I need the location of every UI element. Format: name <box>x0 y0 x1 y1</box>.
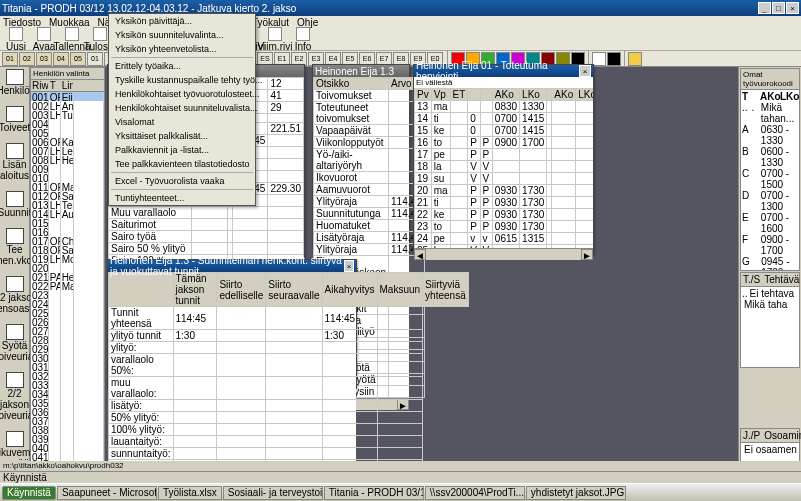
person-row[interactable]: 011OPMaria <box>31 182 104 191</box>
person-row[interactable]: 006OPKaja <box>31 137 104 146</box>
numbtn-01[interactable]: 01 <box>2 52 18 66</box>
menu-item[interactable]: Yksikön suunniteluvalinta... <box>109 28 255 42</box>
close-button[interactable]: × <box>786 2 799 14</box>
person-row[interactable]: 007LHLeena <box>31 146 104 155</box>
taskbar-item[interactable]: Työlista.xlsx <box>158 486 222 500</box>
window-hours-transfer[interactable]: Heinonen Eija 1.3 - Suunnitelman henk.ko… <box>107 259 357 389</box>
person-row[interactable]: 026 <box>31 317 104 326</box>
table-row[interactable]: 23toPP09301730 <box>415 221 594 233</box>
table-row[interactable]: ylityö tunnit1:301:30 <box>109 330 469 342</box>
person-row[interactable]: 014LHAuli <box>31 209 104 218</box>
person-row[interactable]: 030 <box>31 353 104 362</box>
shift-code-row[interactable]: G0945 - 1700 <box>742 256 798 270</box>
person-list[interactable]: Henkilön valinta RiwTLines 001OPEija002L… <box>30 67 105 483</box>
table-row[interactable]: muu varallaolo: <box>109 377 469 400</box>
person-row[interactable]: 032 <box>31 371 104 380</box>
lefttab-lisän-aloitus[interactable]: Lisän aloitus <box>3 143 27 181</box>
menu-item[interactable]: Henkilökohtaiset työvuorotulosteet... <box>109 87 255 101</box>
shift-code-row[interactable]: ...Mikä tahan... <box>742 102 798 124</box>
person-row[interactable]: 020 <box>31 263 104 272</box>
person-row[interactable]: 036 <box>31 407 104 416</box>
table-row[interactable]: Sairo työä <box>109 231 304 243</box>
table-row[interactable]: Ylityöraja114.45 <box>314 196 425 208</box>
table-row[interactable]: 24pevv06151315 <box>415 233 594 245</box>
color-extra[interactable] <box>628 52 642 66</box>
lefttab-2-2-jakson-toiveuria[interactable]: 2/2 jakson toiveuria <box>3 372 27 421</box>
person-row[interactable]: 010 <box>31 173 104 182</box>
person-row[interactable]: 034 <box>31 389 104 398</box>
menu-item[interactable]: Tee palkkavienteen tilastotiedosto <box>109 157 255 171</box>
person-row[interactable]: 033 <box>31 380 104 389</box>
menu-item[interactable]: Tyskille kustannuspaikalle tehty työ... <box>109 73 255 87</box>
win-close-icon[interactable]: × <box>579 65 591 77</box>
table-row[interactable]: 17pePP <box>415 149 594 161</box>
lefttab-toiveet[interactable]: Toiveet <box>3 106 27 133</box>
lefttab-2-2-jakson-hensoasto[interactable]: 2/2 jakson hensoasto <box>3 276 27 314</box>
table-row[interactable]: Ylityöraja114.45 <box>314 244 425 256</box>
table-row[interactable]: 16toPP09001700 <box>415 137 594 149</box>
person-row[interactable]: 039 <box>31 434 104 443</box>
person-row[interactable]: 003LHTuula <box>31 110 104 119</box>
shift-code-row[interactable]: F0900 - 1700 <box>742 234 798 256</box>
person-row[interactable]: 028 <box>31 335 104 344</box>
window-person-summary[interactable]: Heinonen Eija 1.3 OtsikkoArvoToivomukset… <box>312 64 410 249</box>
table-row[interactable]: Yö-/aiki-altariyöryh <box>314 149 425 172</box>
numbtn-04[interactable]: 04 <box>53 52 69 66</box>
person-row[interactable]: 035 <box>31 398 104 407</box>
toolbar-tallenna[interactable]: Tallenna <box>58 27 86 52</box>
person-row[interactable]: 027 <box>31 326 104 335</box>
menu-item[interactable]: Henkilökohtaiset suunniteluvalista... <box>109 101 255 115</box>
person-row[interactable]: 029 <box>31 344 104 353</box>
person-row[interactable]: 002LHAnita <box>31 101 104 110</box>
person-row[interactable]: 013LHTeija <box>31 200 104 209</box>
menu-item[interactable]: Excel - Työvuorolista vaaka <box>109 174 255 188</box>
table-row[interactable]: lisätyö: <box>109 400 469 412</box>
taskbar-item[interactable]: Titania - PRODH 03/12... <box>324 486 424 500</box>
table-row[interactable]: Suunnitutunga114.45 <box>314 208 425 220</box>
person-row[interactable]: 012OPSari <box>31 191 104 200</box>
person-row[interactable]: 037 <box>31 416 104 425</box>
table-row[interactable]: 14ti007001415 <box>415 113 594 125</box>
table-row[interactable]: Saiturimot <box>109 219 304 231</box>
taskbar-item[interactable]: \\ssv200004\ProdTi... <box>425 486 525 500</box>
person-row[interactable]: 019LHMonica <box>31 254 104 263</box>
maximize-button[interactable]: □ <box>772 2 785 14</box>
shift-code-row[interactable]: A0630 - 1330 <box>742 124 798 146</box>
person-row[interactable]: 001OPEija <box>31 92 104 101</box>
taskbar-item[interactable]: Saapuneet - Microsoft O... <box>57 486 157 500</box>
menu-item[interactable]: Palkkaviennit ja -listat... <box>109 143 255 157</box>
menu-item[interactable]: Erittely työaika... <box>109 59 255 73</box>
table-row[interactable]: Huomatuket <box>314 220 425 232</box>
table-row[interactable]: 22kePP09301730 <box>415 209 594 221</box>
shift-code-row[interactable]: D0700 - 1300 <box>742 190 798 212</box>
table-row[interactable]: Ikovuorot <box>314 172 425 184</box>
person-row[interactable]: 038 <box>31 425 104 434</box>
taskbar-item[interactable]: Sosiaali- ja terveystoime... <box>223 486 323 500</box>
menu-item[interactable]: Tuntiyhteenteet... <box>109 191 255 205</box>
menu-item[interactable]: Yksittäiset palkkalisät... <box>109 129 255 143</box>
table-row[interactable]: Vapaapäivät <box>314 125 425 137</box>
table-row[interactable]: Sairo 50 % ylityö <box>109 243 304 255</box>
minimize-button[interactable]: _ <box>758 2 771 14</box>
toolbar-viimrivi[interactable]: Viim.rivi <box>261 27 289 52</box>
person-row[interactable]: 015 <box>31 218 104 227</box>
table-row[interactable]: 15ke007001415 <box>415 125 594 137</box>
taskbar-item[interactable]: yhdistetyt jaksot.JPG - P... <box>526 486 626 500</box>
table-row[interactable]: 20maPP09301730 <box>415 185 594 197</box>
shift-code-row[interactable]: E0700 - 1600 <box>742 212 798 234</box>
person-row[interactable]: 005 <box>31 128 104 137</box>
numbtn-05[interactable]: 05 <box>70 52 86 66</box>
table-row[interactable]: Muu varallaolo <box>109 207 304 219</box>
person-row[interactable]: 022PAMarina <box>31 281 104 290</box>
person-row[interactable]: 021PAHeila <box>31 272 104 281</box>
table-row[interactable]: varallaolo 50%: <box>109 354 469 377</box>
table-row[interactable]: lauantaityö: <box>109 436 469 448</box>
table-row[interactable]: sunnuntaityö: <box>109 448 469 460</box>
menu-item[interactable]: Yksikön yhteenvetolista... <box>109 42 255 56</box>
table-row[interactable]: Lisätyöraja114.45 <box>314 232 425 244</box>
person-row[interactable]: 008LHHeidi <box>31 155 104 164</box>
window-realization[interactable]: Heinonen Eija 01 - Toteutuma henviointi … <box>413 64 594 254</box>
numbtn-03[interactable]: 03 <box>36 52 52 66</box>
toolbar-uusi[interactable]: Uusi <box>2 27 30 52</box>
table-row[interactable]: ylityö: <box>109 342 469 354</box>
